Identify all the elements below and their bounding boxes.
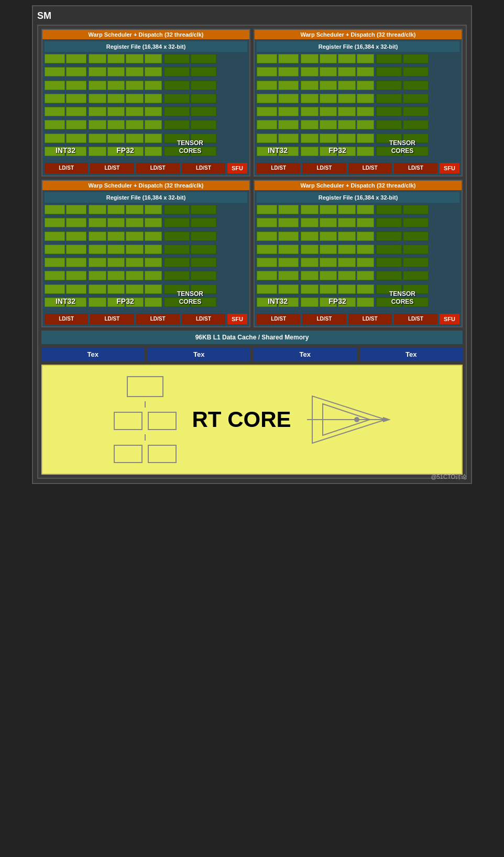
int32-block-2: INT32	[257, 54, 299, 159]
warp-scheduler-bar-3: Warp Scheduler + Dispatch (32 thread/clk…	[42, 181, 249, 190]
sfu-1: SFU	[227, 163, 247, 173]
register-file-bar-3: Register File (16,384 x 32-bit)	[45, 192, 247, 203]
tensor-grid-2	[376, 54, 429, 159]
rt-right-diagram	[307, 391, 391, 448]
fp32-grid-4	[301, 205, 374, 310]
warp-scheduler-bar-2: Warp Scheduler + Dispatch (32 thread/clk…	[255, 30, 462, 39]
warp-unit-4: Warp Scheduler + Dispatch (32 thread/clk…	[254, 180, 463, 327]
ldst-3-1: LD/ST	[45, 314, 88, 324]
tensor-block-4: TENSORCORES	[376, 205, 429, 310]
rt-boxes-row	[114, 412, 177, 430]
tex-row: Tex Tex Tex Tex	[41, 347, 463, 361]
int32-grid-1	[45, 54, 86, 159]
register-file-bar-1: Register File (16,384 x 32-bit)	[45, 41, 247, 52]
fp32-block-3: FP32	[89, 205, 162, 310]
tex-1: Tex	[41, 347, 145, 361]
ldst-2-3: LD/ST	[348, 163, 392, 173]
sfu-4: SFU	[440, 314, 459, 324]
cores-area-4: INT32 FP32	[255, 203, 462, 312]
sfu-3: SFU	[227, 314, 247, 324]
tex-3: Tex	[254, 347, 357, 361]
rt-box-br	[148, 445, 177, 463]
rt-box-top	[127, 376, 163, 397]
rt-box-bl	[114, 445, 143, 463]
tex-4: Tex	[360, 347, 463, 361]
ldst-4-3: LD/ST	[348, 314, 392, 324]
tex-2: Tex	[148, 347, 251, 361]
sfu-2: SFU	[440, 163, 459, 173]
int32-block-1: INT32	[45, 54, 86, 159]
fp32-block-4: FP32	[301, 205, 374, 310]
sm-body: Warp Scheduler + Dispatch (32 thread/clk…	[37, 25, 467, 479]
rt-box-right	[148, 412, 177, 430]
sm-diagram: SM Warp Scheduler + Dispatch (32 thread/…	[32, 5, 472, 484]
sm-title: SM	[37, 10, 467, 21]
warp-unit-2: Warp Scheduler + Dispatch (32 thread/clk…	[254, 29, 463, 177]
tensor-grid-3	[164, 205, 216, 310]
fp32-grid-3	[89, 205, 162, 310]
warp-unit-1: Warp Scheduler + Dispatch (32 thread/clk…	[41, 29, 250, 177]
tensor-block-3: TENSORCORES	[164, 205, 216, 310]
rt-boxes-bottom-row	[114, 445, 177, 463]
fp32-block-1: FP32	[89, 54, 162, 159]
tensor-block-2: TENSORCORES	[376, 54, 429, 159]
ldst-1-1: LD/ST	[45, 163, 88, 173]
ldst-4-4: LD/ST	[394, 314, 437, 324]
tensor-grid-1	[164, 54, 216, 159]
int32-grid-4	[257, 205, 299, 310]
rt-triangle-svg	[307, 391, 391, 448]
int32-block-3: INT32	[45, 205, 86, 310]
warp-scheduler-bar-4: Warp Scheduler + Dispatch (32 thread/clk…	[255, 181, 462, 190]
ldst-4-2: LD/ST	[302, 314, 346, 324]
ldst-3-3: LD/ST	[136, 314, 180, 324]
int32-grid-2	[257, 54, 299, 159]
ldst-4-1: LD/ST	[257, 314, 300, 324]
ldst-2-1: LD/ST	[257, 163, 300, 173]
rt-core-section: RT CORE	[41, 365, 463, 475]
bottom-units-1: LD/ST LD/ST LD/ST LD/ST SFU	[42, 163, 249, 175]
ldst-1-2: LD/ST	[90, 163, 134, 173]
fp32-block-2: FP32	[301, 54, 374, 159]
tensor-grid-4	[376, 205, 429, 310]
int32-grid-3	[45, 205, 86, 310]
register-file-bar-2: Register File (16,384 x 32-bit)	[257, 41, 459, 52]
ldst-1-4: LD/ST	[182, 163, 225, 173]
ldst-1-3: LD/ST	[136, 163, 180, 173]
warp-scheduler-bar-1: Warp Scheduler + Dispatch (32 thread/clk…	[42, 30, 249, 39]
cores-area-1: INT32 FP3	[42, 52, 249, 161]
quad-grid: Warp Scheduler + Dispatch (32 thread/clk…	[41, 29, 463, 327]
fp32-grid-2	[301, 54, 374, 159]
cores-area-2: INT32 FP32	[255, 52, 462, 161]
rt-left-diagram	[114, 376, 177, 463]
svg-marker-3	[383, 417, 391, 422]
bottom-units-2: LD/ST LD/ST LD/ST LD/ST SFU	[255, 163, 462, 175]
register-file-bar-4: Register File (16,384 x 32-bit)	[257, 192, 459, 203]
rt-core-label: RT CORE	[192, 407, 291, 432]
rt-box-left	[114, 412, 143, 430]
warp-unit-3: Warp Scheduler + Dispatch (32 thread/clk…	[41, 180, 250, 327]
int32-block-4: INT32	[257, 205, 299, 310]
l1-cache-bar: 96KB L1 Data Cache / Shared Memory	[41, 331, 463, 344]
svg-point-4	[354, 417, 359, 422]
bottom-units-3: LD/ST LD/ST LD/ST LD/ST SFU	[42, 314, 249, 326]
ldst-3-2: LD/ST	[90, 314, 134, 324]
ldst-2-4: LD/ST	[394, 163, 437, 173]
watermark: @51CTO讨论	[431, 473, 467, 481]
ldst-3-4: LD/ST	[182, 314, 225, 324]
bottom-units-4: LD/ST LD/ST LD/ST LD/ST SFU	[255, 314, 462, 326]
tensor-block-1: TENSORCORES	[164, 54, 216, 159]
ldst-2-2: LD/ST	[302, 163, 346, 173]
cores-area-3: INT32 FP32	[42, 203, 249, 312]
fp32-grid-1	[89, 54, 162, 159]
